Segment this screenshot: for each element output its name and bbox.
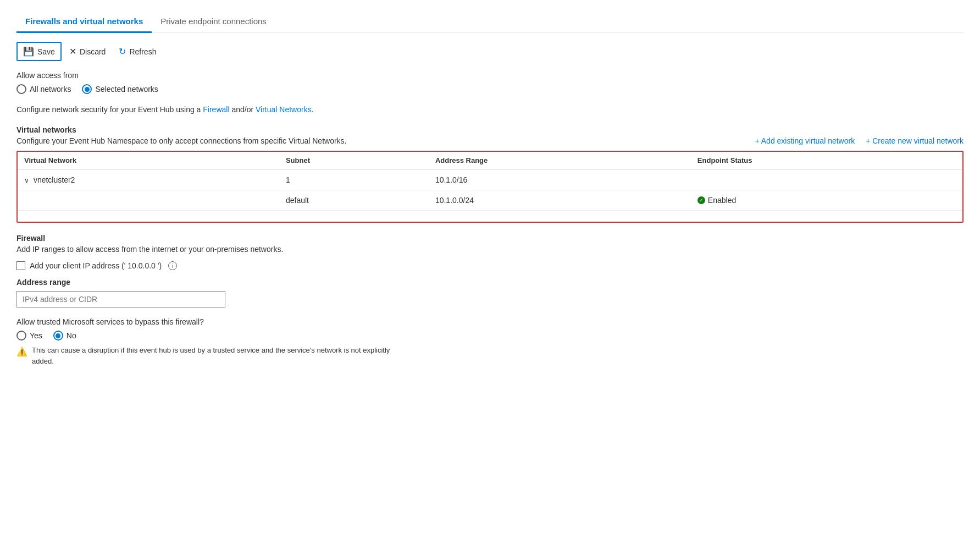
radio-no-circle (53, 331, 63, 341)
refresh-label: Refresh (129, 47, 156, 56)
access-section: Allow access from All networks Selected … (16, 71, 964, 94)
subnet-cell-1: 1 (279, 169, 429, 190)
status-enabled-indicator: ✓ Enabled (697, 196, 956, 205)
desc-text-before: Configure network security for your Even… (16, 105, 203, 114)
warning-icon: ⚠️ (16, 345, 27, 359)
save-button[interactable]: 💾 Save (16, 42, 62, 61)
virtual-networks-table-wrapper: Virtual Network Subnet Address Range End… (16, 151, 964, 223)
radio-no-label: No (67, 331, 76, 340)
trusted-label: Allow trusted Microsoft services to bypa… (16, 317, 964, 326)
virtual-network-actions: + Add existing virtual network + Create … (755, 136, 964, 145)
desc-text-after: . (312, 105, 314, 114)
discard-button[interactable]: ✕ Discard (64, 43, 111, 60)
info-icon[interactable]: i (168, 261, 177, 270)
warning-row: ⚠️ This can cause a disruption if this e… (16, 345, 401, 366)
virtual-networks-link[interactable]: Virtual Networks (256, 105, 312, 114)
configure-description: Configure network security for your Even… (16, 104, 964, 116)
address-range-cell-1: 10.1.0/16 (429, 169, 691, 190)
chevron-down-icon: ∨ (24, 177, 29, 184)
radio-selected-circle (82, 84, 92, 94)
vnet-name-cell: ∨ vnetcluster2 (18, 169, 279, 190)
virtual-networks-table: Virtual Network Subnet Address Range End… (18, 152, 962, 211)
access-label: Allow access from (16, 71, 964, 80)
vnet-name-cell-2 (18, 190, 279, 211)
radio-trusted-yes[interactable]: Yes (16, 331, 42, 341)
radio-selected-label: Selected networks (95, 85, 158, 94)
endpoint-status-cell-2: ✓ Enabled (691, 190, 962, 211)
address-range-label: Address range (16, 278, 964, 287)
client-ip-label: Add your client IP address (' 10.0.0.0 '… (30, 261, 162, 270)
virtual-networks-section: Virtual networks Configure your Event Hu… (16, 125, 964, 223)
tab-private-endpoints[interactable]: Private endpoint connections (152, 11, 275, 33)
firewall-section: Firewall Add IP ranges to allow access f… (16, 234, 964, 317)
refresh-button[interactable]: ↻ Refresh (113, 43, 162, 60)
table-row: default 10.1.0.0/24 ✓ Enabled (18, 190, 962, 211)
discard-icon: ✕ (69, 46, 76, 57)
address-range-input[interactable] (16, 291, 225, 308)
radio-all-label: All networks (30, 85, 71, 94)
col-virtual-network: Virtual Network (18, 152, 279, 169)
table-row: ∨ vnetcluster2 1 10.1.0/16 (18, 169, 962, 190)
table-header-row: Virtual Network Subnet Address Range End… (18, 152, 962, 169)
desc-text-middle: and/or (230, 105, 256, 114)
col-endpoint-status: Endpoint Status (691, 152, 962, 169)
firewall-desc: Add IP ranges to allow access from the i… (16, 245, 964, 254)
status-enabled-label: Enabled (708, 196, 736, 205)
radio-all-circle (16, 84, 26, 94)
save-icon: 💾 (23, 46, 34, 57)
vnet-name: vnetcluster2 (34, 175, 75, 184)
subnet-cell-2: default (279, 190, 429, 211)
address-range-cell-2: 10.1.0.0/24 (429, 190, 691, 211)
virtual-networks-desc-text: Configure your Event Hub Namespace to on… (16, 136, 744, 145)
virtual-networks-title: Virtual networks (16, 125, 964, 134)
firewall-title: Firewall (16, 234, 964, 243)
status-enabled-dot: ✓ (697, 196, 705, 204)
client-ip-row: Add your client IP address (' 10.0.0.0 '… (16, 261, 964, 270)
radio-yes-circle (16, 331, 26, 341)
col-subnet: Subnet (279, 152, 429, 169)
add-existing-vnet-link[interactable]: + Add existing virtual network (755, 136, 855, 145)
radio-selected-networks[interactable]: Selected networks (82, 84, 158, 94)
save-label: Save (37, 47, 55, 56)
client-ip-checkbox[interactable] (16, 261, 25, 270)
radio-all-networks[interactable]: All networks (16, 84, 71, 94)
endpoint-status-cell-1 (691, 169, 962, 190)
radio-trusted-no[interactable]: No (53, 331, 76, 341)
col-address-range: Address Range (429, 152, 691, 169)
discard-label: Discard (80, 47, 106, 56)
virtual-networks-desc: Configure your Event Hub Namespace to on… (16, 136, 964, 145)
tab-bar: Firewalls and virtual networks Private e… (16, 11, 964, 33)
toolbar: 💾 Save ✕ Discard ↻ Refresh (16, 42, 964, 61)
warning-text: This can cause a disruption if this even… (32, 345, 401, 366)
radio-yes-label: Yes (30, 331, 42, 340)
refresh-icon: ↻ (119, 46, 126, 57)
create-new-vnet-link[interactable]: + Create new virtual network (866, 136, 964, 145)
tab-firewalls[interactable]: Firewalls and virtual networks (16, 11, 152, 33)
firewall-link[interactable]: Firewall (203, 105, 229, 114)
trusted-radio-group: Yes No (16, 331, 964, 341)
access-radio-group: All networks Selected networks (16, 84, 964, 94)
trusted-section: Allow trusted Microsoft services to bypa… (16, 317, 964, 366)
